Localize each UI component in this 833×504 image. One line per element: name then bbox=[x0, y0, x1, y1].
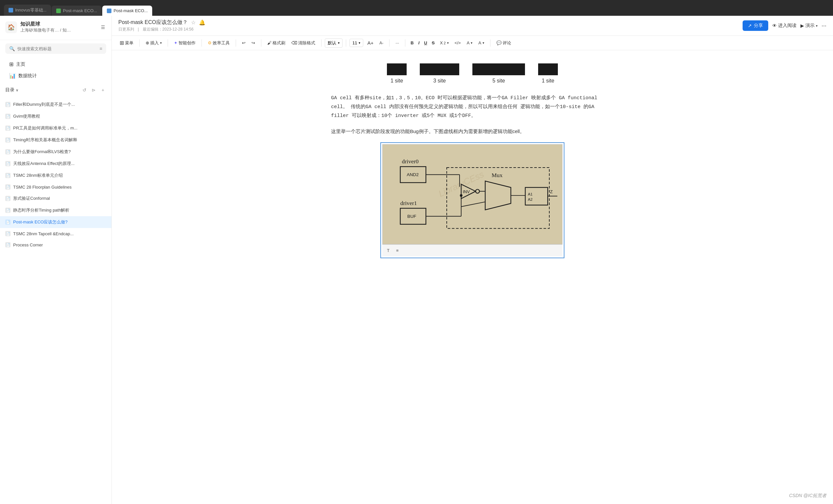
present-label: 演示 bbox=[805, 23, 815, 29]
article-series: 日更系列 bbox=[118, 27, 134, 31]
more-format-button[interactable]: ··· bbox=[393, 39, 402, 47]
toc-add-icon[interactable]: + bbox=[100, 87, 106, 93]
format-brush-button[interactable]: 🖌 格式刷 bbox=[265, 39, 288, 48]
img-align-button[interactable]: ≡ bbox=[394, 247, 401, 254]
font-family-chevron: ▾ bbox=[338, 41, 339, 45]
doc-item-tapcell[interactable]: 📄 TSMC 28nm Tapcell &Endcap... bbox=[0, 228, 112, 239]
doc-item-antenna[interactable]: 📄 天线效应Antenna Effect的原理... bbox=[0, 158, 112, 170]
doc-item-postmask-active[interactable]: 📄 Post-mask ECO应该怎么做? bbox=[0, 216, 112, 228]
comment-button[interactable]: 💬 评论 bbox=[494, 39, 514, 48]
svg-text:BUF: BUF bbox=[407, 214, 416, 219]
toc-title[interactable]: 目录 ∨ bbox=[5, 87, 18, 93]
tab-innovus[interactable]: Innovus零基础... bbox=[4, 5, 51, 16]
doc-label-active: Post-mask ECO应该怎么做? bbox=[13, 219, 106, 225]
site-diagram: 1 site 3 site 5 site 1 site bbox=[331, 64, 614, 84]
circuit-svg: LibraryCEss driver0 AND2 driver1 bbox=[383, 145, 562, 243]
doc-icon: 📄 bbox=[5, 242, 10, 247]
undo-button[interactable]: ↩ bbox=[239, 39, 248, 47]
clear-format-button[interactable]: ⌫ 清除格式 bbox=[289, 39, 318, 48]
code-button[interactable]: </> bbox=[452, 39, 463, 47]
doc-item-conformal[interactable]: 📄 形式验证Conformal bbox=[0, 193, 112, 204]
present-button[interactable]: ▶ 演示 ▾ bbox=[801, 23, 817, 29]
doc-item-process-corner[interactable]: 📄 Process Corner bbox=[0, 239, 112, 250]
doc-label: Filler和Dummy到底是不是一个... bbox=[13, 102, 106, 107]
editor-area[interactable]: 1 site 3 site 5 site 1 site bbox=[112, 50, 833, 504]
redo-button[interactable]: ↪ bbox=[249, 39, 258, 47]
toc-filter-icon[interactable]: ⊳ bbox=[90, 87, 97, 93]
article-meta: 日更系列 | 最近编辑：2023-12-28 14:56 bbox=[118, 27, 739, 32]
tools-icon: ⚙ bbox=[208, 41, 212, 45]
circuit-diagram: LibraryCEss driver0 AND2 driver1 bbox=[382, 144, 563, 245]
toolbar-sep10 bbox=[490, 40, 491, 47]
undo-group: ↩ ↪ bbox=[239, 39, 258, 47]
doc-item-floorplan[interactable]: 📄 TSMC 28 Floorplan Guidelines bbox=[0, 181, 112, 193]
doc-icon-active: 📄 bbox=[5, 220, 10, 225]
img-text-button[interactable]: T bbox=[385, 247, 391, 254]
doc-icon: 📄 bbox=[5, 149, 10, 154]
underline-button[interactable]: U bbox=[422, 39, 429, 47]
superscript-button[interactable]: X2 ▾ bbox=[437, 39, 451, 47]
article-edit-date: 最近编辑：2023-12-28 14:56 bbox=[143, 27, 194, 31]
doc-item-gvim[interactable]: 📄 Gvim使用教程 bbox=[0, 110, 112, 122]
sidebar-menu-icon[interactable]: ☰ bbox=[100, 24, 106, 30]
toolbar-sep8 bbox=[389, 40, 389, 47]
italic-button[interactable]: I bbox=[416, 39, 422, 47]
tab-postmask1[interactable]: Post-mask ECO... bbox=[52, 6, 101, 16]
doc-label: 静态时序分析Timing path解析 bbox=[13, 207, 106, 213]
filter-icon[interactable]: ≡ bbox=[100, 46, 102, 51]
doc-icon: 📄 bbox=[5, 114, 10, 119]
menu-group: ⊞ 菜单 bbox=[117, 38, 136, 48]
strikethrough-button[interactable]: S bbox=[430, 39, 436, 47]
font-size-increase-button[interactable]: A+ bbox=[364, 39, 376, 47]
font-color-button[interactable]: A ▾ bbox=[464, 39, 475, 47]
ai-group: ✦ 智能创作 bbox=[171, 39, 198, 48]
format-group: 🖌 格式刷 ⌫ 清除格式 bbox=[265, 39, 318, 48]
font-size-label: 11 bbox=[352, 41, 357, 45]
sidebar-item-stats[interactable]: 📊 数据统计 bbox=[5, 70, 106, 81]
doc-item-formal[interactable]: 📄 为什么要做Formal和LVS检查? bbox=[0, 146, 112, 158]
doc-label: Timing时序相关基本概念名词解释 bbox=[13, 137, 106, 143]
highlight-button[interactable]: A ▾ bbox=[476, 39, 487, 47]
font-size-decrease-button[interactable]: A- bbox=[377, 39, 386, 47]
search-input[interactable] bbox=[18, 46, 97, 51]
site-label-1: 1 site bbox=[390, 78, 403, 84]
image-toolbar: T ≡ bbox=[382, 245, 563, 256]
sidebar: 🏠 知识星球 上海矽旭微电子有… / 知… ☰ 🔍 ≡ bbox=[0, 16, 112, 504]
ai-button[interactable]: ✦ 智能创作 bbox=[171, 39, 198, 48]
more-button[interactable]: ··· bbox=[822, 22, 827, 29]
font-family-dropdown[interactable]: 默认 ▾ bbox=[325, 39, 342, 48]
doc-label: PR工具是如何调用标准单元，m... bbox=[13, 125, 106, 131]
svg-text:A1: A1 bbox=[528, 192, 532, 196]
sidebar-search[interactable]: 🔍 ≡ bbox=[5, 43, 106, 54]
doc-item-filler[interactable]: 📄 Filler和Dummy到底是不是一个... bbox=[0, 99, 112, 110]
sidebar-logo: 🏠 知识星球 上海矽旭微电子有… / 知… ☰ bbox=[5, 21, 106, 33]
toc-refresh-icon[interactable]: ↺ bbox=[81, 87, 88, 93]
star-icon[interactable]: ☆ bbox=[191, 19, 196, 26]
doc-item-tsmc28[interactable]: 📄 TSMC 28nm标准单元介绍 bbox=[0, 170, 112, 181]
tab-postmask2[interactable]: Post-mask ECO... bbox=[102, 6, 152, 16]
paragraph2: 这里举一个芯片测试阶段发现的功能Bug例子。下图虚线框内为需要新增的逻辑功能ce… bbox=[331, 127, 614, 136]
doc-item-sta[interactable]: 📄 静态时序分析Timing path解析 bbox=[0, 204, 112, 216]
doc-item-timing[interactable]: 📄 Timing时序相关基本概念名词解释 bbox=[0, 134, 112, 146]
site-item-3: 5 site bbox=[472, 64, 525, 84]
menu-button[interactable]: ⊞ 菜单 bbox=[117, 38, 136, 48]
insert-button[interactable]: ⊕ 插入 ▾ bbox=[143, 39, 164, 48]
doc-item-pr[interactable]: 📄 PR工具是如何调用标准单元，m... bbox=[0, 122, 112, 134]
site-bar-4 bbox=[538, 64, 558, 75]
site-bar-3 bbox=[472, 64, 525, 75]
site-label-2: 3 site bbox=[433, 78, 446, 84]
toolbar-sep7 bbox=[346, 40, 346, 47]
chart-icon: 📊 bbox=[9, 73, 16, 79]
font-size-dropdown[interactable]: 11 ▾ bbox=[350, 39, 363, 47]
bold-button[interactable]: B bbox=[409, 39, 415, 47]
bell-icon[interactable]: 🔔 bbox=[199, 19, 206, 26]
sidebar-item-home[interactable]: ⊞ 主页 bbox=[5, 58, 106, 70]
share-button[interactable]: ↗ 分享 bbox=[743, 20, 768, 31]
svg-text:Z: Z bbox=[550, 189, 553, 194]
font-family-label: 默认 bbox=[328, 40, 336, 46]
format-brush-label: 格式刷 bbox=[272, 40, 285, 46]
read-mode-button[interactable]: 👁 进入阅读 bbox=[772, 23, 796, 29]
logo-icon: 🏠 bbox=[5, 21, 17, 33]
svg-text:driver0: driver0 bbox=[402, 158, 419, 165]
tools-button[interactable]: ⚙ 效率工具 bbox=[205, 39, 232, 48]
